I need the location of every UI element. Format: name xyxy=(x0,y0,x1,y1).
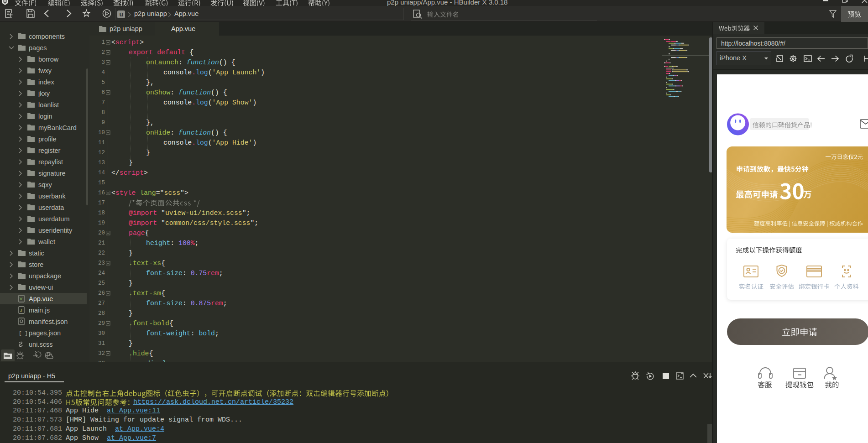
svg-text:components: components xyxy=(29,33,65,40)
svg-text:fwxy: fwxy xyxy=(38,67,52,74)
svg-text:userbank: userbank xyxy=(38,193,66,200)
svg-text:borrow: borrow xyxy=(38,56,59,63)
svg-text:main.js: main.js xyxy=(29,307,50,314)
svg-text:signature: signature xyxy=(38,170,66,177)
svg-text:register: register xyxy=(38,147,61,154)
svg-text:jkxy: jkxy xyxy=(38,90,50,97)
svg-text:static: static xyxy=(29,250,44,257)
svg-text:repaylist: repaylist xyxy=(38,158,63,166)
svg-text:store: store xyxy=(29,261,43,268)
svg-text:uni.scss: uni.scss xyxy=(29,341,52,348)
svg-text:manifest.json: manifest.json xyxy=(29,318,68,325)
svg-text:login: login xyxy=(38,113,52,120)
svg-text:unpackage: unpackage xyxy=(29,272,61,280)
svg-text:uview-ui: uview-ui xyxy=(29,284,53,291)
svg-text:profile: profile xyxy=(38,136,57,143)
svg-text:myBankCard: myBankCard xyxy=(38,124,77,131)
svg-text:loanlist: loanlist xyxy=(38,101,59,109)
svg-text:pages: pages xyxy=(29,44,47,52)
svg-text:[ ]: [ ] xyxy=(19,331,28,336)
svg-text:V: V xyxy=(20,297,22,301)
svg-text:pages.json: pages.json xyxy=(29,329,61,337)
svg-text:useridentity: useridentity xyxy=(38,227,73,234)
svg-text:sqxy: sqxy xyxy=(38,181,52,188)
svg-text:userdata: userdata xyxy=(38,204,64,211)
svg-text:userdatum: userdatum xyxy=(38,215,70,223)
svg-text:App.vue: App.vue xyxy=(29,295,53,302)
svg-text:J: J xyxy=(20,308,22,313)
svg-text:index: index xyxy=(38,78,54,86)
svg-text:wallet: wallet xyxy=(38,238,55,245)
